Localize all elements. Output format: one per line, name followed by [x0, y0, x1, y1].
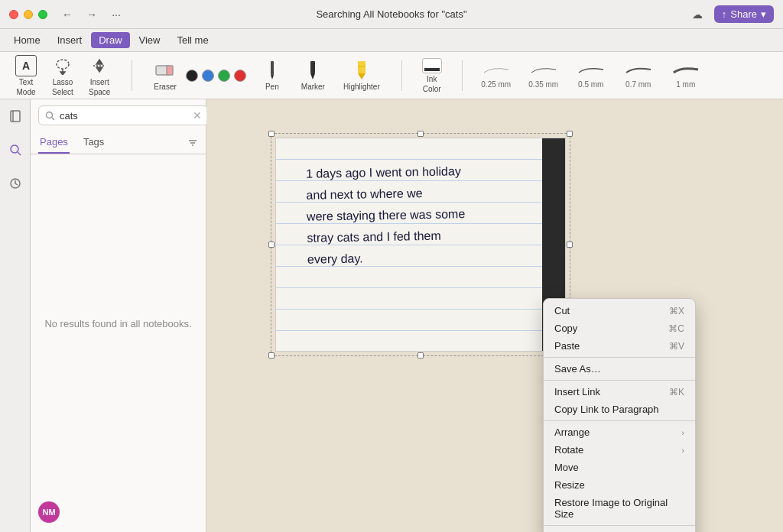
cloud-icon[interactable]: ☁ — [687, 6, 708, 23]
share-button[interactable]: ↑ Share ▾ — [714, 5, 774, 23]
close-button[interactable] — [9, 10, 18, 19]
svg-marker-9 — [271, 75, 274, 79]
history-icon[interactable] — [5, 173, 26, 194]
marker-button[interactable]: Marker — [295, 57, 331, 94]
svg-point-17 — [11, 145, 18, 153]
search-clear-button[interactable]: ✕ — [193, 109, 202, 122]
menu-tell-me[interactable]: Tell me — [170, 32, 216, 48]
ctx-set-background[interactable]: Set Picture as Background — [544, 528, 695, 532]
ctx-cut[interactable]: Cut ⌘X — [544, 302, 695, 320]
pen-icon — [262, 60, 283, 81]
handle-bl[interactable] — [268, 352, 275, 358]
line-025mm[interactable]: 0.25 mm — [478, 59, 515, 92]
notebooks-icon[interactable] — [5, 105, 26, 127]
ctx-rotate[interactable]: Rotate › — [544, 441, 695, 459]
share-chevron-icon: ▾ — [761, 8, 766, 20]
ctx-restore-image[interactable]: Restore Image to Original Size — [544, 494, 695, 523]
color-blue[interactable] — [202, 70, 214, 82]
pen-label: Pen — [265, 83, 279, 91]
ctx-rotate-arrow: › — [681, 446, 684, 455]
ctx-restore-image-label: Restore Image to Original Size — [554, 497, 684, 520]
pen-button[interactable]: Pen — [255, 57, 289, 94]
ctx-insert-link[interactable]: Insert Link ⌘K — [544, 383, 695, 401]
toolbar-mode-group: A Text Mode Lasso Select — [9, 52, 116, 99]
handle-tl[interactable] — [268, 131, 275, 137]
ink-color-preview — [422, 58, 442, 73]
text-mode-icon: A — [15, 55, 37, 76]
color-black[interactable] — [186, 70, 198, 82]
forward-icon[interactable]: → — [81, 6, 102, 23]
lasso-select-button[interactable]: Lasso Select — [46, 52, 80, 99]
ctx-copy-label: Copy — [554, 323, 577, 334]
text-mode-label2: Mode — [16, 88, 35, 96]
notebook-container[interactable]: 1 days ago I went on holiday and next to… — [275, 138, 566, 352]
share-icon: ↑ — [722, 8, 727, 20]
ctx-move[interactable]: Move — [544, 459, 695, 476]
color-red[interactable] — [234, 70, 246, 82]
ctx-copy[interactable]: Copy ⌘C — [544, 320, 695, 337]
highlighter-icon — [351, 60, 372, 81]
handle-tc[interactable] — [417, 131, 424, 137]
menu-home[interactable]: Home — [6, 32, 48, 48]
line-025-label: 0.25 mm — [481, 80, 511, 89]
ctx-arrange[interactable]: Arrange › — [544, 423, 695, 441]
back-icon[interactable]: ← — [57, 6, 78, 23]
handle-bc[interactable] — [417, 352, 424, 358]
svg-rect-15 — [11, 111, 20, 122]
maximize-button[interactable] — [38, 10, 47, 19]
tab-pages[interactable]: Pages — [38, 131, 70, 154]
line-05mm[interactable]: 0.5 mm — [573, 59, 609, 92]
ink-color-button[interactable]: Ink Color — [417, 55, 447, 96]
content-area[interactable]: 1 days ago I went on holiday and next to… — [206, 99, 783, 532]
insert-space-icon — [89, 55, 110, 76]
text-mode-button[interactable]: A Text Mode — [9, 52, 43, 99]
ink-color-label2: Color — [423, 85, 441, 93]
svg-rect-7 — [167, 66, 173, 75]
search-box-icon — [45, 111, 55, 121]
minimize-button[interactable] — [24, 10, 33, 19]
nav-icons: ← → ··· — [57, 6, 127, 23]
context-menu: Cut ⌘X Copy ⌘C Paste ⌘V Save As… Insert … — [543, 298, 696, 532]
ctx-sep-3 — [544, 420, 695, 421]
menu-draw[interactable]: Draw — [91, 32, 129, 48]
search-box[interactable]: ✕ — [38, 105, 209, 125]
line-1-label: 1 mm — [676, 80, 695, 89]
ctx-arrange-label: Arrange — [554, 427, 590, 438]
ctx-arrange-arrow: › — [681, 428, 684, 437]
ctx-save-as[interactable]: Save As… — [544, 360, 695, 378]
insert-space-button[interactable]: Insert Space — [83, 52, 116, 99]
traffic-lights — [9, 10, 47, 19]
handle-mr[interactable] — [567, 242, 573, 248]
ctx-copy-link-label: Copy Link to Paragraph — [554, 404, 659, 415]
svg-marker-5 — [96, 67, 102, 72]
ctx-sep-1 — [544, 357, 695, 358]
share-label: Share — [730, 8, 757, 20]
ctx-paste-label: Paste — [554, 340, 580, 352]
menu-insert[interactable]: Insert — [50, 32, 90, 48]
svg-marker-4 — [96, 60, 102, 64]
lasso-label2: Select — [52, 88, 73, 96]
search-input[interactable] — [60, 110, 188, 122]
ctx-copy-link[interactable]: Copy Link to Paragraph — [544, 401, 695, 418]
svg-rect-10 — [310, 61, 315, 73]
line-07mm[interactable]: 0.7 mm — [620, 59, 657, 92]
ctx-resize[interactable]: Resize — [544, 476, 695, 494]
color-green[interactable] — [218, 70, 230, 82]
search-icon[interactable] — [5, 139, 26, 161]
svg-point-20 — [47, 112, 53, 118]
ctx-paste[interactable]: Paste ⌘V — [544, 337, 695, 355]
line-1mm[interactable]: 1 mm — [668, 59, 704, 92]
ctx-save-as-label: Save As… — [554, 363, 601, 375]
avatar[interactable]: NM — [38, 501, 60, 523]
filter-icon[interactable] — [187, 131, 198, 154]
line-035mm[interactable]: 0.35 mm — [525, 59, 562, 92]
tab-tags[interactable]: Tags — [82, 131, 106, 154]
eraser-button[interactable]: Eraser — [148, 57, 182, 94]
more-icon[interactable]: ··· — [106, 6, 127, 23]
handle-tr[interactable] — [567, 131, 573, 137]
marker-icon — [302, 60, 323, 81]
handle-ml[interactable] — [268, 242, 275, 248]
highlighter-button[interactable]: Highlighter — [337, 57, 386, 94]
menu-view[interactable]: View — [132, 32, 168, 48]
marker-label: Marker — [301, 83, 325, 91]
